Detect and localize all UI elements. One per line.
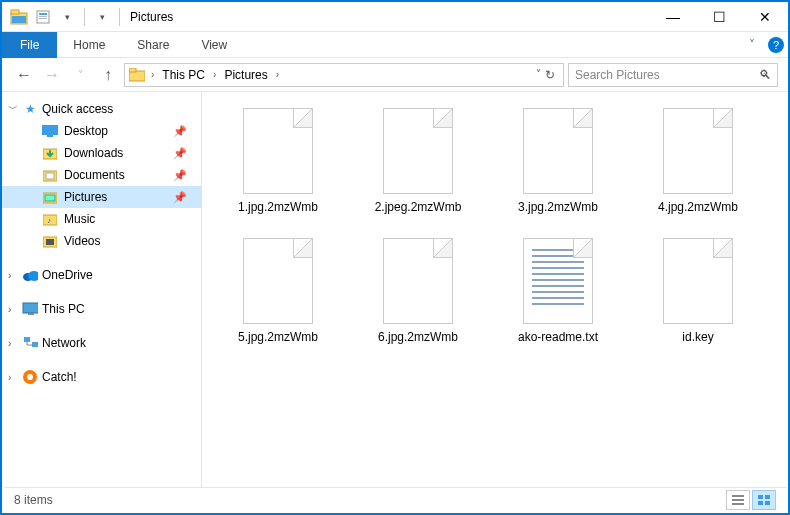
svg-rect-4 <box>39 13 47 15</box>
desktop-icon <box>42 123 58 139</box>
svg-rect-13 <box>46 173 54 179</box>
up-button[interactable]: ↑ <box>96 63 120 87</box>
explorer-icon <box>8 6 30 28</box>
svg-rect-5 <box>39 16 47 17</box>
refresh-icon[interactable]: ↻ <box>545 68 555 82</box>
file-item[interactable]: id.key <box>628 232 768 362</box>
sidebar-item-catch[interactable]: › Catch! <box>2 366 201 388</box>
file-item[interactable]: 5.jpg.2mzWmb <box>208 232 348 362</box>
file-item[interactable]: ako-readme.txt <box>488 232 628 362</box>
address-dropdown-icon[interactable]: ˅ <box>536 68 541 82</box>
breadcrumb-sep-icon: › <box>147 69 158 80</box>
sidebar-item-music[interactable]: ♪ Music <box>2 208 201 230</box>
onedrive-icon <box>22 267 38 283</box>
pin-icon: 📌 <box>173 191 187 204</box>
network-icon <box>22 335 38 351</box>
tab-view[interactable]: View <box>185 32 243 58</box>
svg-rect-34 <box>765 501 770 505</box>
sidebar-label: Quick access <box>42 102 113 116</box>
breadcrumb[interactable]: › This PC › Pictures › ˅ ↻ <box>124 63 564 87</box>
breadcrumb-sep-icon: › <box>209 69 220 80</box>
divider <box>119 8 120 26</box>
breadcrumb-this-pc[interactable]: This PC <box>160 68 207 82</box>
text-file-icon <box>523 238 593 324</box>
sidebar-item-network[interactable]: › Network <box>2 332 201 354</box>
music-icon: ♪ <box>42 211 58 227</box>
caret-right-icon: › <box>8 338 18 349</box>
details-view-button[interactable] <box>726 490 750 510</box>
documents-icon <box>42 167 58 183</box>
file-icon <box>383 108 453 194</box>
file-item[interactable]: 2.jpeg.2mzWmb <box>348 102 488 232</box>
recent-locations-icon[interactable]: ˅ <box>68 63 92 87</box>
svg-rect-33 <box>758 501 763 505</box>
title-bar: ▾ ▾ Pictures — ☐ ✕ <box>2 2 788 32</box>
star-icon: ★ <box>22 101 38 117</box>
sidebar-item-label: Videos <box>64 234 100 248</box>
svg-rect-10 <box>47 135 53 137</box>
svg-rect-2 <box>12 16 26 23</box>
sidebar-item-label: Music <box>64 212 95 226</box>
explorer-body: ﹀ ★ Quick access Desktop 📌 Downloads 📌 D… <box>2 92 788 490</box>
sidebar-quick-access[interactable]: ﹀ ★ Quick access <box>2 98 201 120</box>
caret-right-icon: › <box>8 372 18 383</box>
file-name: 4.jpg.2mzWmb <box>658 200 738 214</box>
search-input[interactable]: Search Pictures 🔍︎ <box>568 63 778 87</box>
pin-icon: 📌 <box>173 125 187 138</box>
divider <box>84 8 85 26</box>
svg-rect-23 <box>28 313 34 315</box>
maximize-button[interactable]: ☐ <box>696 2 742 32</box>
sidebar-item-this-pc[interactable]: › This PC <box>2 298 201 320</box>
file-item[interactable]: 1.jpg.2mzWmb <box>208 102 348 232</box>
sidebar-item-downloads[interactable]: Downloads 📌 <box>2 142 201 164</box>
back-button[interactable]: ← <box>12 63 36 87</box>
file-item[interactable]: 4.jpg.2mzWmb <box>628 102 768 232</box>
ribbon-expand-icon[interactable]: ˅ <box>740 33 764 57</box>
file-tab[interactable]: File <box>2 32 57 58</box>
properties-icon[interactable] <box>32 6 54 28</box>
help-icon[interactable]: ? <box>768 37 784 53</box>
svg-rect-29 <box>732 499 744 501</box>
sidebar-item-label: OneDrive <box>42 268 93 282</box>
svg-rect-22 <box>23 303 38 313</box>
file-item[interactable]: 3.jpg.2mzWmb <box>488 102 628 232</box>
search-icon[interactable]: 🔍︎ <box>759 68 771 82</box>
svg-rect-1 <box>11 10 19 14</box>
breadcrumb-pictures[interactable]: Pictures <box>222 68 269 82</box>
file-icon <box>663 238 733 324</box>
breadcrumb-sep-icon: › <box>272 69 283 80</box>
minimize-button[interactable]: — <box>650 2 696 32</box>
svg-rect-6 <box>39 18 47 19</box>
svg-rect-15 <box>45 195 55 201</box>
file-name: 5.jpg.2mzWmb <box>238 330 318 344</box>
file-item[interactable]: 6.jpg.2mzWmb <box>348 232 488 362</box>
pictures-icon <box>42 189 58 205</box>
sidebar-item-documents[interactable]: Documents 📌 <box>2 164 201 186</box>
sidebar-item-label: Network <box>42 336 86 350</box>
file-icon <box>243 238 313 324</box>
this-pc-icon <box>22 301 38 317</box>
sidebar-item-videos[interactable]: Videos <box>2 230 201 252</box>
svg-rect-8 <box>129 68 136 72</box>
close-button[interactable]: ✕ <box>742 2 788 32</box>
tab-home[interactable]: Home <box>57 32 121 58</box>
sidebar-item-onedrive[interactable]: › OneDrive <box>2 264 201 286</box>
forward-button[interactable]: → <box>40 63 64 87</box>
pin-icon: 📌 <box>173 147 187 160</box>
file-name: 1.jpg.2mzWmb <box>238 200 318 214</box>
svg-rect-19 <box>46 239 54 245</box>
file-name: ako-readme.txt <box>518 330 598 344</box>
quick-access-toolbar: ▾ ▾ <box>2 6 119 28</box>
file-name: 3.jpg.2mzWmb <box>518 200 598 214</box>
sidebar-item-desktop[interactable]: Desktop 📌 <box>2 120 201 142</box>
sidebar-item-pictures[interactable]: Pictures 📌 <box>2 186 201 208</box>
file-icon <box>523 108 593 194</box>
qat-dropdown-icon[interactable]: ▾ <box>56 6 78 28</box>
tab-share[interactable]: Share <box>121 32 185 58</box>
title-caret-icon[interactable]: ▾ <box>91 6 113 28</box>
window-controls: — ☐ ✕ <box>650 2 788 32</box>
svg-rect-31 <box>758 495 763 499</box>
downloads-icon <box>42 145 58 161</box>
icons-view-button[interactable] <box>752 490 776 510</box>
file-list[interactable]: 1.jpg.2mzWmb 2.jpeg.2mzWmb 3.jpg.2mzWmb … <box>202 92 788 490</box>
